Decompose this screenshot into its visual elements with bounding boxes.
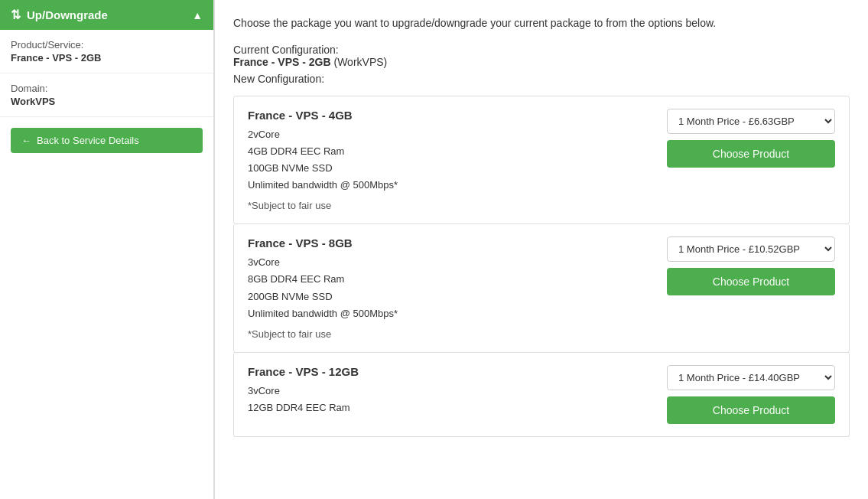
product-name: France - VPS - 8GB: [248, 236, 652, 250]
product-name: France - VPS - 4GB: [248, 109, 652, 122]
current-config-label: Current Configuration:: [233, 44, 339, 56]
product-card-inner: France - VPS - 12GB3vCore12GB DDR4 EEC R…: [248, 365, 835, 424]
choose-product-button[interactable]: Choose Product: [667, 140, 835, 168]
product-details: France - VPS - 8GB3vCore8GB DDR4 EEC Ram…: [248, 236, 652, 339]
chevron-up-icon: ▲: [192, 9, 203, 21]
product-name: France - VPS - 12GB: [248, 365, 652, 378]
back-icon: ←: [21, 135, 31, 146]
product-card: France - VPS - 8GB3vCore8GB DDR4 EEC Ram…: [233, 224, 850, 352]
intro-text: Choose the package you want to upgrade/d…: [233, 15, 850, 31]
updown-icon: ⇅: [11, 8, 21, 22]
back-to-service-button[interactable]: ← Back to Service Details: [11, 128, 203, 153]
product-actions: 1 Month Price - £10.52GBPChoose Product: [667, 236, 835, 295]
product-card-inner: France - VPS - 8GB3vCore8GB DDR4 EEC Ram…: [248, 236, 835, 339]
product-details: France - VPS - 12GB3vCore12GB DDR4 EEC R…: [248, 365, 652, 416]
current-config: Current Configuration: France - VPS - 2G…: [233, 44, 850, 68]
product-list: France - VPS - 4GB2vCore4GB DDR4 EEC Ram…: [233, 96, 850, 437]
domain-label: Domain:: [11, 83, 203, 94]
sidebar-title: Up/Downgrade: [27, 8, 108, 21]
main-content: Choose the package you want to upgrade/d…: [214, 0, 868, 499]
product-specs: 3vCore12GB DDR4 EEC Ram: [248, 383, 652, 416]
new-config-label: New Configuration:: [233, 73, 850, 85]
product-actions: 1 Month Price - £14.40GBPChoose Product: [667, 365, 835, 424]
sidebar-domain-info: Domain: WorkVPS: [0, 73, 213, 117]
price-select[interactable]: 1 Month Price - £10.52GBP: [667, 236, 835, 262]
choose-product-button[interactable]: Choose Product: [667, 396, 835, 424]
product-card-inner: France - VPS - 4GB2vCore4GB DDR4 EEC Ram…: [248, 109, 835, 211]
sidebar-product-info: Product/Service: France - VPS - 2GB: [0, 30, 213, 73]
sidebar-header-left: ⇅ Up/Downgrade: [11, 8, 108, 22]
sidebar-header: ⇅ Up/Downgrade ▲: [0, 0, 213, 30]
product-service-value: France - VPS - 2GB: [11, 52, 203, 64]
product-note: *Subject to fair use: [248, 200, 652, 211]
product-card: France - VPS - 4GB2vCore4GB DDR4 EEC Ram…: [233, 96, 850, 224]
current-config-suffix: (WorkVPS): [333, 56, 387, 68]
product-service-label: Product/Service:: [11, 39, 203, 51]
product-specs: 2vCore4GB DDR4 EEC Ram100GB NVMe SSDUnli…: [248, 126, 652, 194]
product-actions: 1 Month Price - £6.63GBPChoose Product: [667, 109, 835, 168]
choose-product-button[interactable]: Choose Product: [667, 268, 835, 295]
product-specs: 3vCore8GB DDR4 EEC Ram200GB NVMe SSDUnli…: [248, 254, 652, 321]
price-select[interactable]: 1 Month Price - £6.63GBP: [667, 109, 835, 134]
domain-value: WorkVPS: [11, 96, 203, 107]
product-note: *Subject to fair use: [248, 328, 652, 340]
product-card: France - VPS - 12GB3vCore12GB DDR4 EEC R…: [233, 353, 850, 437]
back-button-label: Back to Service Details: [37, 135, 139, 146]
product-details: France - VPS - 4GB2vCore4GB DDR4 EEC Ram…: [248, 109, 652, 211]
price-select[interactable]: 1 Month Price - £14.40GBP: [667, 365, 835, 390]
current-config-value: France - VPS - 2GB: [233, 56, 331, 68]
sidebar: ⇅ Up/Downgrade ▲ Product/Service: France…: [0, 0, 214, 499]
